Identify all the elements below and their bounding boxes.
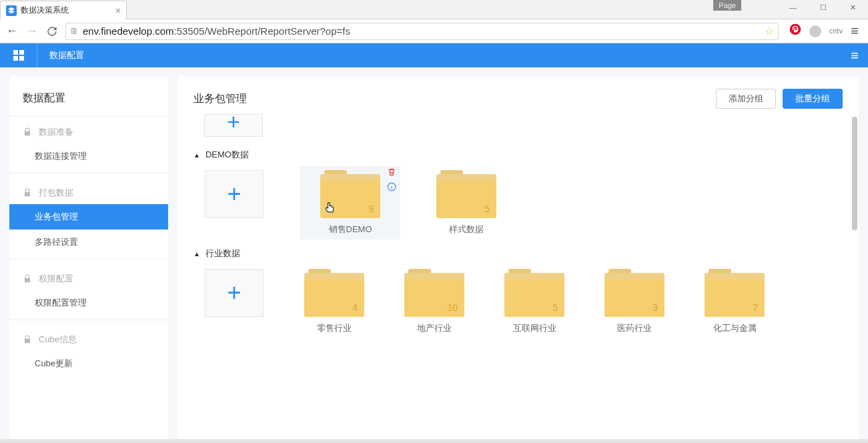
reload-icon[interactable] (45, 25, 59, 38)
folder-label: 销售DEMO (329, 224, 372, 236)
divider (9, 320, 168, 320)
url-text: env.finedevelop.com:53505/WebReport/Repo… (83, 25, 350, 37)
lock-icon (23, 127, 32, 137)
folder-tile-chemical[interactable]: 7 化工与金属 (705, 269, 765, 334)
folder-icon: 9 (320, 170, 380, 218)
group-grid: + 4 零售行业 10 地产行业 5 互联网行业 (193, 264, 843, 337)
folder-tile-realestate[interactable]: 10 地产行业 (404, 269, 464, 334)
batch-group-button[interactable]: 批量分组 (783, 89, 843, 109)
pinterest-icon[interactable] (789, 23, 801, 39)
page-icon: 🗎 (70, 26, 79, 36)
status-bar (0, 439, 868, 443)
folder-tile-pharma[interactable]: 3 医药行业 (604, 269, 665, 334)
app-home-button[interactable] (0, 43, 37, 67)
add-group-button[interactable]: 添加分组 (716, 89, 776, 109)
folder-tile-style-data[interactable]: 5 样式数据 (436, 170, 496, 236)
sidebar-group-permission: 权限配置 (9, 264, 168, 290)
folder-tile-retail[interactable]: 4 零售行业 (304, 269, 364, 334)
address-bar[interactable]: 🗎 env.finedevelop.com:53505/WebReport/Re… (65, 23, 779, 40)
group-header[interactable]: ▲ DEMO数据 (193, 145, 843, 165)
window-minimize-icon[interactable]: — (778, 0, 808, 15)
favicon-icon (6, 5, 17, 16)
window-close-icon[interactable]: ✕ (838, 0, 868, 15)
sidebar-item-package-manage[interactable]: 业务包管理 (9, 204, 168, 230)
browser-menu-icon[interactable]: ≡ (851, 23, 859, 39)
bookmark-star-icon[interactable]: ☆ (765, 25, 774, 37)
lock-icon (23, 335, 32, 344)
sidebar-group-cube: Cube信息 (9, 324, 168, 351)
sidebar-group-pack: 打包数据 (9, 177, 168, 204)
group-name: 行业数据 (205, 248, 240, 260)
folder-count: 5 (484, 203, 490, 214)
group-grid: + 9 销售DEMO (193, 165, 843, 238)
workspace: 数据配置 数据准备 数据连接管理 打包数据 业务包管理 多路径设置 权限配置 权… (0, 67, 868, 439)
app-menu-icon[interactable]: ≡ (841, 48, 868, 63)
folder-label: 地产行业 (417, 322, 452, 334)
info-icon[interactable] (387, 182, 396, 193)
caret-down-icon: ▲ (193, 250, 200, 258)
folder-count: 7 (753, 302, 758, 313)
group-demo-data: ▲ DEMO数据 + 9 (193, 145, 843, 238)
svg-point-0 (790, 24, 801, 35)
divider (9, 259, 168, 260)
window-maximize-icon[interactable]: ☐ (808, 0, 838, 15)
sidebar-title: 数据配置 (9, 77, 168, 117)
add-package-tile[interactable]: + (204, 170, 264, 236)
url-host: env.finedevelop.com (83, 25, 173, 37)
sidebar-item-permission-manage[interactable]: 权限配置管理 (9, 290, 168, 316)
page-title: 业务包管理 (193, 92, 247, 106)
folder-label: 化工与金属 (713, 322, 757, 334)
content-header: 业务包管理 添加分组 批量分组 (193, 89, 843, 109)
sidebar-group-label: 打包数据 (39, 187, 73, 199)
folder-count: 9 (368, 203, 374, 214)
caret-down-icon: ▲ (193, 151, 200, 159)
sidebar-item-connection[interactable]: 数据连接管理 (9, 143, 168, 169)
url-path: /WebReport/ReportServer?op=fs (204, 25, 350, 37)
app-header: 数据配置 ≡ (0, 43, 868, 67)
sidebar-group-data-prep: 数据准备 (9, 117, 168, 143)
page-label: Page (713, 0, 741, 11)
sidebar-item-cube-update[interactable]: Cube更新 (9, 351, 168, 376)
content-panel: 业务包管理 添加分组 批量分组 + ▲ DEMO数据 + (177, 77, 859, 439)
divider (9, 173, 168, 173)
nav-back-icon[interactable]: ← (5, 25, 19, 38)
apps-grid-icon (13, 50, 24, 61)
window-controls: — ☐ ✕ (778, 0, 868, 15)
folder-label: 医药行业 (617, 322, 652, 334)
group-name: DEMO数据 (205, 149, 249, 161)
folder-label: 互联网行业 (513, 322, 556, 334)
add-tile-partial[interactable]: + (204, 114, 263, 137)
nav-forward-icon[interactable]: → (25, 25, 39, 38)
folder-count: 4 (352, 302, 358, 313)
extension-icon[interactable] (809, 25, 821, 37)
folder-icon: 10 (404, 269, 464, 317)
tab-close-icon[interactable]: × (115, 5, 121, 16)
folder-tile-internet[interactable]: 5 互联网行业 (504, 269, 564, 334)
lock-icon (23, 274, 32, 284)
folder-label: 样式数据 (449, 224, 484, 236)
breadcrumb-section[interactable]: 数据配置 (37, 49, 96, 61)
browser-tab-strip: 数据决策系统 × Page — ☐ ✕ (0, 0, 868, 19)
folder-count: 3 (653, 302, 658, 313)
lock-icon (23, 188, 32, 197)
folder-icon: 3 (604, 269, 665, 317)
sidebar-group-label: 权限配置 (39, 273, 73, 285)
folder-tile-sales-demo[interactable]: 9 销售DEMO (300, 166, 400, 240)
url-port: :53505 (173, 25, 204, 37)
group-industry-data: ▲ 行业数据 + 4 零售行业 10 地产行业 (193, 244, 843, 337)
delete-icon[interactable] (387, 167, 396, 179)
sidebar-group-label: 数据准备 (39, 126, 73, 138)
folder-count: 10 (447, 302, 458, 313)
plus-icon: + (227, 279, 241, 307)
plus-icon: + (227, 115, 240, 128)
browser-tab[interactable]: 数据决策系统 × (0, 1, 127, 19)
group-header[interactable]: ▲ 行业数据 (193, 244, 843, 264)
cntv-label[interactable]: cntv (829, 27, 843, 35)
folder-icon: 7 (705, 269, 765, 317)
add-package-tile[interactable]: + (204, 269, 264, 334)
sidebar-group-label: Cube信息 (39, 334, 77, 346)
sidebar: 数据配置 数据准备 数据连接管理 打包数据 业务包管理 多路径设置 权限配置 权… (9, 77, 168, 439)
folder-count: 5 (552, 302, 558, 313)
scrollbar[interactable] (852, 117, 857, 230)
sidebar-item-multipath[interactable]: 多路径设置 (9, 230, 168, 255)
